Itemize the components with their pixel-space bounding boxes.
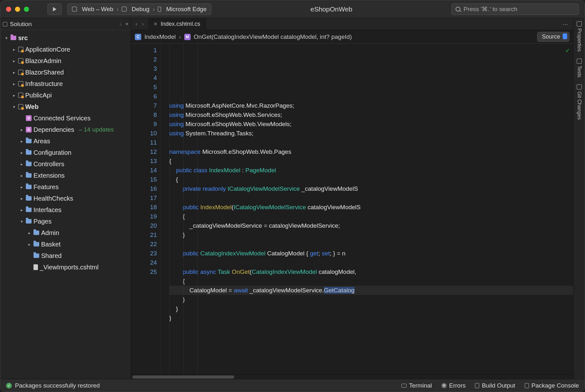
service-icon: ⚙ — [26, 115, 32, 121]
twisty-icon[interactable] — [19, 219, 24, 224]
tree-item-label: Admin — [41, 229, 59, 237]
scrollbar-thumb[interactable] — [132, 375, 234, 379]
folder-icon — [26, 162, 32, 166]
folder-icon — [33, 253, 39, 258]
statusbar-panel-label: Package Console — [531, 382, 579, 389]
output-icon — [475, 383, 479, 388]
breadcrumb-class[interactable]: IndexModel — [144, 33, 176, 40]
tree-item[interactable]: Interfaces — [0, 204, 131, 216]
tree-item-label: Basket — [41, 241, 61, 248]
twisty-icon[interactable] — [12, 93, 16, 98]
nav-forward-icon[interactable]: › — [142, 21, 144, 27]
twisty-icon[interactable] — [19, 185, 24, 189]
view-mode-label: Source — [542, 33, 560, 40]
solution-tree[interactable]: srcApplicationCoreBlazorAdminBlazorShare… — [0, 30, 131, 379]
tree-item[interactable]: PublicApi — [0, 89, 131, 101]
twisty-icon[interactable] — [19, 196, 24, 201]
tree-item[interactable]: Configuration — [0, 147, 131, 158]
tree-item-label: Dependencies — [33, 126, 74, 133]
twisty-icon[interactable] — [19, 208, 24, 212]
rail-label: Tests — [576, 66, 582, 77]
run-button[interactable] — [48, 4, 62, 15]
tree-item[interactable]: Features — [0, 181, 131, 193]
panel-icon — [577, 84, 582, 89]
horizontal-scrollbar[interactable] — [131, 374, 573, 379]
tree-item[interactable]: src — [0, 32, 131, 44]
twisty-icon[interactable] — [19, 162, 24, 167]
tree-item-label: Areas — [33, 138, 50, 145]
chevron-right-icon: › — [179, 33, 181, 40]
close-window-dot[interactable] — [6, 7, 11, 12]
tree-item[interactable]: Controllers — [0, 158, 131, 170]
twisty-icon[interactable] — [19, 139, 24, 144]
csproj-icon — [18, 70, 23, 75]
rail-label: Properties — [576, 28, 582, 52]
tree-item[interactable]: Areas — [0, 135, 131, 147]
folder-icon — [33, 231, 39, 235]
tree-item[interactable]: Basket — [0, 239, 131, 250]
tree-item[interactable]: BlazorShared — [0, 67, 131, 78]
tree-item-label: Shared — [41, 252, 62, 260]
statusbar-panel-button[interactable]: Build Output — [475, 382, 515, 389]
twisty-icon[interactable] — [12, 59, 16, 63]
twisty-icon[interactable] — [12, 47, 16, 52]
editor-tab-label: Index.cshtml.cs — [161, 21, 200, 27]
twisty-icon[interactable] — [19, 127, 24, 132]
minimize-window-dot[interactable] — [15, 7, 20, 12]
status-bar: ✓ Packages successfully restored Termina… — [0, 379, 585, 392]
search-placeholder: Press '⌘.' to search — [464, 5, 517, 13]
code-content[interactable]: ✓ using Microsoft.AspNetCore.Mvc.RazorPa… — [160, 44, 573, 374]
terminal-icon — [401, 384, 406, 388]
tree-item-label: BlazorAdmin — [25, 57, 61, 65]
tree-item-label: Web — [25, 103, 39, 110]
twisty-icon[interactable] — [27, 231, 32, 235]
code-editor[interactable]: 1234567891011121314151617181920212223242… — [131, 44, 573, 374]
tree-item[interactable]: Pages — [0, 216, 131, 227]
status-ok-icon: ✓ — [6, 383, 12, 388]
tab-overflow-menu[interactable]: ⋯ — [557, 21, 573, 28]
tree-item[interactable]: _ViewImports.cshtml — [0, 261, 131, 273]
rail-panel-button[interactable]: Properties — [576, 21, 582, 52]
statusbar-panel-button[interactable]: Package Console — [525, 382, 579, 389]
solution-sidebar: Solution ⟂ ▾ srcApplicationCoreBlazorAdm… — [0, 18, 131, 379]
tree-item[interactable]: HealthChecks — [0, 193, 131, 204]
global-search[interactable]: Press '⌘.' to search — [451, 4, 579, 15]
statusbar-panel-button[interactable]: Terminal — [401, 382, 432, 389]
tree-item[interactable]: ⚙Connected Services — [0, 112, 131, 124]
panel-icon — [577, 21, 582, 26]
twisty-icon[interactable] — [12, 70, 16, 75]
twisty-icon[interactable] — [27, 242, 32, 247]
tree-item[interactable]: Infrastructure — [0, 78, 131, 89]
editor-tab-active[interactable]: ✕ Index.cshtml.cs — [148, 18, 206, 30]
tree-item[interactable]: Extensions — [0, 170, 131, 181]
folder-icon — [26, 208, 32, 212]
tree-item[interactable]: ⚙Dependencies– 14 updates — [0, 124, 131, 135]
run-configuration-selector[interactable]: Web – Web › Debug › Microsoft Edge — [67, 4, 211, 15]
tree-item[interactable]: ApplicationCore — [0, 44, 131, 55]
statusbar-panel-button[interactable]: ✕Errors — [442, 382, 466, 389]
fullscreen-window-dot[interactable] — [24, 7, 29, 12]
tree-item[interactable]: Admin — [0, 227, 131, 239]
tree-item[interactable]: Web — [0, 101, 131, 112]
view-mode-toggle[interactable]: Source — [537, 32, 569, 42]
tree-item[interactable]: Shared — [0, 250, 131, 261]
twisty-icon[interactable] — [12, 104, 16, 109]
close-tab-icon[interactable]: ✕ — [153, 21, 157, 27]
line-number-gutter: 1234567891011121314151617181920212223242… — [131, 44, 160, 374]
twisty-icon[interactable] — [12, 82, 16, 86]
nav-back-icon[interactable]: ‹ — [135, 21, 137, 27]
csproj-icon — [18, 58, 23, 63]
rail-panel-button[interactable]: Tests — [576, 59, 582, 77]
tree-item[interactable]: BlazorAdmin — [0, 55, 131, 67]
twisty-icon[interactable] — [19, 173, 24, 178]
twisty-icon[interactable] — [19, 150, 24, 155]
tree-item-label: Pages — [33, 218, 52, 225]
config-icon — [122, 7, 127, 11]
chevron-down-icon[interactable]: ▾ — [126, 21, 128, 27]
pin-icon[interactable]: ⟂ — [119, 21, 122, 27]
solution-icon — [3, 22, 7, 26]
twisty-icon[interactable] — [4, 36, 9, 40]
analysis-ok-icon: ✓ — [565, 46, 570, 55]
rail-panel-button[interactable]: Git Changes — [576, 84, 582, 120]
breadcrumb-method[interactable]: OnGet(CatalogIndexViewModel catalogModel… — [194, 33, 352, 40]
